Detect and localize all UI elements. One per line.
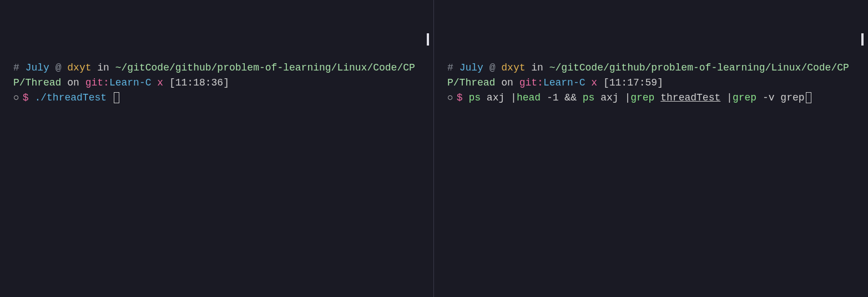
cmd-and: &&: [564, 92, 577, 103]
prompt-user: July: [26, 62, 49, 73]
cmd-arg: -v: [763, 92, 775, 103]
cmd-ps: ps: [583, 92, 595, 103]
prompt-branch: Learn-C: [109, 77, 152, 88]
prompt-on: on: [501, 77, 513, 88]
cmd-pipe: |: [511, 92, 517, 103]
terminal-pane-right[interactable]: # July @ dxyt in ~/gitCode/github/proble…: [434, 0, 868, 297]
command-line-left[interactable]: ○$ ./threadTest: [13, 90, 420, 105]
prompt-in: in: [97, 62, 109, 73]
cmd-pipe: |: [624, 92, 630, 103]
prompt-dollar: $: [457, 92, 463, 103]
prompt-at: @: [489, 62, 496, 73]
prompt-bullet-icon: ○: [13, 90, 19, 105]
prompt-line-left: # July @ dxyt in ~/gitCode/github/proble…: [13, 61, 420, 90]
cmd-grep: grep: [733, 92, 756, 103]
cursor-icon: [114, 92, 119, 103]
cmd-arg: grep: [780, 92, 804, 103]
prompt-line-right: # July @ dxyt in ~/gitCode/github/proble…: [447, 61, 855, 90]
prompt-git: git:: [85, 77, 109, 88]
cursor-icon: [806, 92, 811, 103]
cmd-ps: ps: [468, 92, 481, 103]
prompt-git: git:: [519, 77, 543, 88]
cmd-grep: grep: [630, 92, 654, 103]
command-line-right[interactable]: ○$ ps axj |head -1 && ps axj |grep threa…: [447, 90, 855, 105]
prompt-hash: #: [13, 62, 19, 73]
prompt-time: [11:18:36]: [169, 77, 229, 88]
prompt-user: July: [460, 62, 483, 73]
prompt-bullet-icon: ○: [447, 90, 453, 105]
scroll-indicator-left: [427, 33, 429, 46]
prompt-host: dxyt: [67, 62, 91, 73]
prompt-branch: Learn-C: [543, 77, 586, 88]
cmd-arg: axj: [487, 92, 504, 103]
prompt-time: [11:17:59]: [603, 77, 663, 88]
prompt-host: dxyt: [501, 62, 525, 73]
prompt-at: @: [55, 62, 62, 73]
prompt-dollar: $: [23, 92, 29, 103]
prompt-on: on: [67, 77, 79, 88]
cmd-head: head: [517, 92, 541, 103]
prompt-hash: #: [447, 62, 453, 73]
scroll-indicator-right: [861, 33, 864, 46]
terminal-pane-left[interactable]: # July @ dxyt in ~/gitCode/github/proble…: [0, 0, 434, 297]
cmd-pipe: |: [726, 92, 733, 103]
prompt-status: x: [157, 77, 163, 88]
cmd-threadtest: threadTest: [660, 92, 720, 103]
command-text: ./threadTest: [34, 92, 107, 103]
prompt-status: x: [591, 77, 597, 88]
prompt-in: in: [531, 62, 543, 73]
cmd-arg: -1: [547, 92, 559, 103]
cmd-arg: axj: [600, 92, 618, 103]
